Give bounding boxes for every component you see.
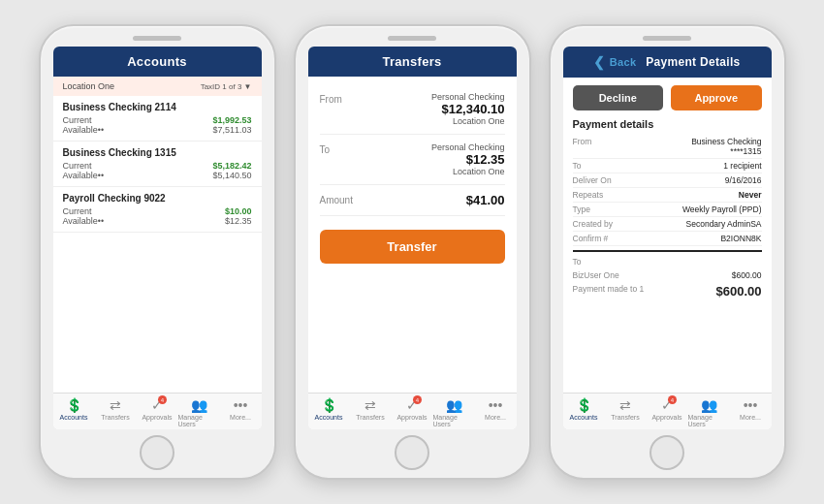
- detail-created: Created by Secondary AdminSA: [573, 217, 762, 232]
- amount-value: $41.00: [466, 193, 505, 207]
- amount-label: Amount: [320, 193, 353, 205]
- more-icon-2: •••: [489, 397, 503, 413]
- tab-bar-2: 💲 Accounts ⇄ Transfers ✓4 Approvals 👥 Ma…: [308, 393, 517, 429]
- current-amount-9022: $10.00: [225, 206, 252, 216]
- speaker-3: [643, 36, 691, 41]
- transfers-icon-1: ⇄: [110, 397, 121, 413]
- current-amount-1315: $5,182.42: [212, 161, 251, 171]
- phones-container: Accounts Location One TaxID 1 of 3 ▼ Bus…: [29, 15, 796, 489]
- current-label-2114: Current: [63, 115, 92, 125]
- transfer-amount-row: Amount $41.00: [320, 185, 505, 216]
- manage-users-icon-3: 👥: [701, 397, 717, 413]
- tab-more-2[interactable]: ••• More...: [475, 397, 517, 427]
- amount-values: $41.00: [466, 193, 505, 207]
- tab-transfers-2[interactable]: ⇄ Transfers: [350, 397, 392, 427]
- available-label-1315: Available••: [63, 171, 105, 180]
- tab-accounts-1[interactable]: 💲 Accounts: [53, 397, 95, 427]
- detail-type: Type Weekly Payroll (PPD): [573, 203, 762, 217]
- approvals-badge-2: 4: [413, 395, 422, 404]
- phone-accounts: Accounts Location One TaxID 1 of 3 ▼ Bus…: [39, 24, 276, 480]
- transfer-button[interactable]: Transfer: [320, 230, 505, 264]
- tax-id[interactable]: TaxID 1 of 3 ▼: [201, 82, 252, 91]
- detail-from: From Business Checking****1315: [573, 135, 762, 159]
- detail-to: To 1 recipient: [573, 159, 762, 173]
- payment-header: ❮ Back Payment Details: [563, 47, 772, 78]
- tab-accounts-3[interactable]: 💲 Accounts: [563, 397, 605, 427]
- accounts-header: Accounts: [53, 47, 262, 77]
- manage-users-icon-2: 👥: [446, 397, 462, 413]
- tab-manage-users-2[interactable]: 👥 Manage Users: [433, 397, 475, 427]
- phone-transfers: Transfers From Personal Checking $12,340…: [294, 24, 531, 480]
- available-label-9022: Available••: [63, 216, 105, 226]
- transfer-content: From Personal Checking $12,340.10 Locati…: [308, 77, 517, 393]
- account-item-2114[interactable]: Business Checking 2114 Current $1,992.53…: [53, 96, 262, 142]
- account-item-1315[interactable]: Business Checking 1315 Current $5,182.42…: [53, 142, 262, 187]
- home-btn-1[interactable]: [140, 435, 174, 470]
- accounts-icon-2: 💲: [321, 397, 337, 413]
- account-name-1315: Business Checking 1315: [63, 147, 252, 158]
- tab-bar-1: 💲 Accounts ⇄ Transfers ✓4 Approvals 👥 Ma…: [53, 393, 262, 429]
- tab-manage-users-3[interactable]: 👥 Manage Users: [688, 397, 730, 427]
- biz-user-row: BizUser One $600.00: [573, 268, 762, 282]
- tab-manage-users-1[interactable]: 👥 Manage Users: [178, 397, 220, 427]
- to-amount: $12.35: [431, 152, 505, 167]
- to-location: Location One: [431, 167, 505, 176]
- tab-approvals-2[interactable]: ✓4 Approvals: [392, 397, 433, 427]
- current-label-1315: Current: [63, 161, 92, 171]
- account-item-9022[interactable]: Payroll Checking 9022 Current $10.00 Ava…: [53, 187, 262, 233]
- home-btn-3[interactable]: [650, 435, 684, 470]
- screen-accounts: Accounts Location One TaxID 1 of 3 ▼ Bus…: [53, 47, 262, 429]
- tab-transfers-1[interactable]: ⇄ Transfers: [95, 397, 137, 427]
- detail-confirm: Confirm # B2IONN8K: [573, 232, 762, 246]
- tab-approvals-1[interactable]: ✓4 Approvals: [137, 397, 178, 427]
- to-section-label: To: [573, 255, 762, 268]
- transfers-icon-3: ⇄: [619, 397, 631, 413]
- available-amount-9022: $12.35: [225, 216, 252, 226]
- decline-button[interactable]: Decline: [573, 85, 664, 110]
- current-label-9022: Current: [63, 206, 92, 216]
- account-name-9022: Payroll Checking 9022: [63, 193, 252, 204]
- available-amount-2114: $7,511.03: [212, 125, 251, 135]
- to-values: Personal Checking $12.35 Location One: [431, 142, 505, 176]
- manage-users-icon-1: 👥: [191, 397, 207, 413]
- speaker-2: [388, 36, 436, 41]
- payment-section-title: Payment details: [573, 118, 762, 130]
- transfers-icon-2: ⇄: [364, 397, 376, 413]
- tab-approvals-3[interactable]: ✓4 Approvals: [647, 397, 688, 427]
- approvals-icon-1: ✓4: [151, 397, 163, 413]
- to-section: To BizUser One $600.00 Payment made to 1…: [573, 250, 762, 300]
- approve-button[interactable]: Approve: [671, 85, 762, 110]
- tab-accounts-2[interactable]: 💲 Accounts: [308, 397, 350, 427]
- transfer-to-row: To Personal Checking $12.35 Location One: [320, 135, 505, 185]
- accounts-title: Accounts: [127, 54, 187, 69]
- back-label[interactable]: Back: [610, 56, 637, 68]
- from-values: Personal Checking $12,340.10 Location On…: [431, 92, 505, 126]
- available-amount-1315: $5,140.50: [212, 171, 251, 180]
- accounts-icon-1: 💲: [66, 397, 82, 413]
- account-name-2114: Business Checking 2114: [63, 102, 252, 112]
- approvals-badge-1: 4: [158, 395, 167, 404]
- from-label: From: [320, 92, 342, 105]
- accounts-icon-3: 💲: [576, 397, 592, 413]
- more-icon-3: •••: [744, 397, 758, 413]
- approvals-badge-3: 4: [668, 395, 677, 404]
- screen-payment: ❮ Back Payment Details Decline Approve P…: [563, 47, 772, 429]
- transfers-title: Transfers: [382, 54, 441, 69]
- available-label-2114: Available••: [63, 125, 105, 135]
- approvals-icon-2: ✓4: [406, 397, 418, 413]
- tab-bar-3: 💲 Accounts ⇄ Transfers ✓4 Approvals 👥 Ma…: [563, 393, 772, 429]
- phone-payment: ❮ Back Payment Details Decline Approve P…: [549, 24, 786, 480]
- payment-actions: Decline Approve: [563, 78, 772, 118]
- detail-repeats: Repeats Never: [573, 188, 762, 203]
- payment-total-row: Payment made to 1 $600.00: [573, 282, 762, 300]
- current-amount-2114: $1,992.53: [212, 115, 251, 125]
- more-icon-1: •••: [234, 397, 248, 413]
- tab-more-3[interactable]: ••• More...: [730, 397, 772, 427]
- from-account: Personal Checking: [431, 92, 505, 102]
- tab-more-1[interactable]: ••• More...: [220, 397, 262, 427]
- home-btn-2[interactable]: [395, 435, 429, 470]
- from-location: Location One: [431, 116, 505, 126]
- payment-details-title: Payment Details: [646, 55, 740, 69]
- tab-transfers-3[interactable]: ⇄ Transfers: [605, 397, 647, 427]
- location-bar[interactable]: Location One TaxID 1 of 3 ▼: [53, 77, 262, 96]
